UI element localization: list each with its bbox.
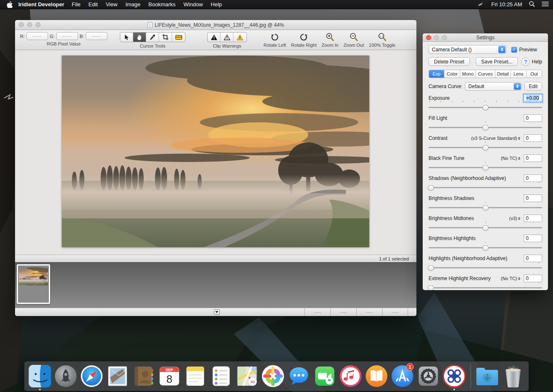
apple-menu-icon[interactable]	[7, 1, 13, 8]
save-preset-button[interactable]: Save Preset...	[476, 57, 518, 66]
preview-checkbox[interactable]: ✓	[511, 47, 517, 53]
dock-system-preferences-icon[interactable]	[416, 363, 441, 389]
tab-detail[interactable]: Detail	[495, 70, 511, 78]
spotlight-search-icon[interactable]	[529, 1, 535, 8]
slider-thumb[interactable]	[482, 205, 489, 211]
slider-thumb[interactable]	[482, 164, 489, 171]
slider-thumb[interactable]	[428, 285, 434, 290]
dock-finder-icon[interactable]	[27, 363, 53, 389]
clip-warning-outline-button[interactable]	[221, 33, 233, 42]
slider-thumb[interactable]	[482, 104, 489, 111]
zoom-button[interactable]	[36, 22, 41, 27]
highlights-slider[interactable]	[429, 263, 542, 271]
dock-notes-icon[interactable]	[183, 363, 208, 389]
photo-preview[interactable]	[62, 56, 369, 247]
contrast-slider[interactable]	[429, 143, 542, 151]
menu-edit[interactable]: Edit	[89, 1, 98, 8]
dock-app-store-icon[interactable]: 1	[390, 363, 416, 389]
slider-thumb[interactable]	[482, 225, 489, 231]
help-button[interactable]: ?	[521, 58, 530, 66]
dock-maps-icon[interactable]: 3D	[234, 363, 260, 389]
crop-tool-button[interactable]	[159, 33, 172, 42]
dock-calendar-icon[interactable]: SEP8	[157, 363, 183, 389]
slider-thumb[interactable]	[482, 124, 489, 131]
dock-iridient-developer-icon[interactable]	[441, 363, 467, 389]
menu-bookmarks[interactable]: Bookmarks	[148, 1, 175, 8]
exposure-slider[interactable]	[429, 103, 542, 111]
tab-exp[interactable]: Exp	[429, 70, 444, 78]
dock-itunes-icon[interactable]	[338, 363, 364, 389]
settings-minimize-button[interactable]	[434, 35, 439, 40]
zoom-in-button[interactable]: Zoom In	[322, 32, 338, 48]
extreme-highlight-slider[interactable]	[429, 283, 542, 290]
slider-thumb[interactable]	[482, 144, 489, 151]
settings-zoom-button[interactable]	[442, 35, 447, 40]
dock-safari-icon[interactable]	[79, 363, 105, 389]
menu-file[interactable]: File	[72, 1, 81, 8]
rotate-right-button[interactable]: Rotate Right	[291, 32, 317, 48]
contrast-mode-popup[interactable]: (v3 S-Curve Standard)	[471, 136, 520, 141]
menu-help[interactable]: Help	[211, 1, 222, 8]
black-fine-tune-value-field[interactable]: 0	[524, 154, 542, 162]
dock-downloads-icon[interactable]	[474, 363, 500, 389]
settings-close-button[interactable]	[426, 35, 431, 40]
camera-curve-dropdown[interactable]: Default	[465, 82, 522, 91]
menu-clock[interactable]: Fri 10:25 AM	[491, 1, 522, 8]
brightness-midtones-mode-popup[interactable]: (v3)	[509, 216, 520, 221]
dock-launchpad-icon[interactable]	[53, 363, 79, 389]
black-fine-tune-slider[interactable]	[429, 163, 542, 171]
extreme-highlight-value-field[interactable]: 0	[524, 275, 542, 282]
tab-out[interactable]: Out	[527, 70, 542, 78]
brightness-midtones-slider[interactable]	[429, 223, 542, 231]
notification-center-icon[interactable]	[542, 1, 549, 8]
dock-ibooks-icon[interactable]	[364, 363, 390, 389]
zoom-out-button[interactable]: Zoom Out	[343, 32, 364, 48]
brightness-highlights-slider[interactable]	[429, 243, 542, 251]
menu-window[interactable]: Window	[183, 1, 203, 8]
tab-curves[interactable]: Curves	[476, 70, 495, 78]
shadows-value-field[interactable]: 0	[524, 175, 542, 182]
extreme-highlight-mode-popup[interactable]: (No TC)	[501, 276, 520, 281]
fill-light-value-field[interactable]: 0	[524, 114, 542, 122]
tab-color[interactable]: Color	[444, 70, 460, 78]
dock-mail-icon[interactable]	[105, 363, 131, 389]
brightness-shadows-value-field[interactable]: 0	[524, 195, 542, 202]
thumbnail-selected[interactable]	[17, 264, 50, 304]
slider-thumb[interactable]	[428, 265, 434, 271]
color-checker-tool-button[interactable]	[172, 33, 185, 42]
tab-lens[interactable]: Lens	[511, 70, 526, 78]
slider-thumb[interactable]	[428, 185, 434, 191]
preset-dropdown[interactable]: Camera Default ()	[429, 45, 506, 54]
status-pointer-icon[interactable]	[477, 1, 485, 8]
slider-thumb[interactable]	[482, 245, 489, 251]
dock-contacts-icon[interactable]	[131, 363, 157, 389]
menu-image[interactable]: Image	[125, 1, 140, 8]
close-button[interactable]	[19, 22, 24, 27]
tab-mono[interactable]: Mono	[460, 70, 476, 78]
dock-facetime-icon[interactable]	[312, 363, 338, 389]
brightness-shadows-slider[interactable]	[429, 203, 542, 211]
dock-messages-icon[interactable]	[286, 363, 312, 389]
window-title-bar[interactable]: LIFEstyle_News_MiXture_Images_1287__446.…	[15, 20, 416, 30]
menu-view[interactable]: View	[106, 1, 117, 8]
edit-curve-button[interactable]: Edit	[524, 82, 542, 91]
brightness-highlights-value-field[interactable]: 0	[524, 235, 542, 242]
minimize-button[interactable]	[27, 22, 32, 27]
fill-light-slider[interactable]	[429, 123, 542, 131]
filter-button[interactable]	[214, 309, 220, 315]
highlights-value-field[interactable]: 0	[524, 255, 542, 262]
delete-preset-button[interactable]: Delete Preset	[429, 57, 470, 66]
eyedropper-tool-button[interactable]	[146, 33, 159, 42]
dock-trash-icon[interactable]	[500, 363, 526, 389]
settings-title-bar[interactable]: Settings	[423, 33, 548, 42]
shadows-slider[interactable]	[429, 183, 542, 191]
arrow-tool-button[interactable]	[120, 33, 133, 42]
image-canvas-area[interactable]	[15, 50, 416, 255]
hand-tool-button[interactable]	[133, 33, 146, 42]
menu-app-name[interactable]: Iridient Developer	[18, 1, 64, 8]
clip-warning-black-button[interactable]	[208, 33, 221, 42]
rotate-left-button[interactable]: Rotate Left	[264, 32, 286, 48]
dock-photos-icon[interactable]	[260, 363, 286, 389]
brightness-midtones-value-field[interactable]: 0	[524, 215, 542, 222]
dock-reminders-icon[interactable]	[208, 363, 234, 389]
